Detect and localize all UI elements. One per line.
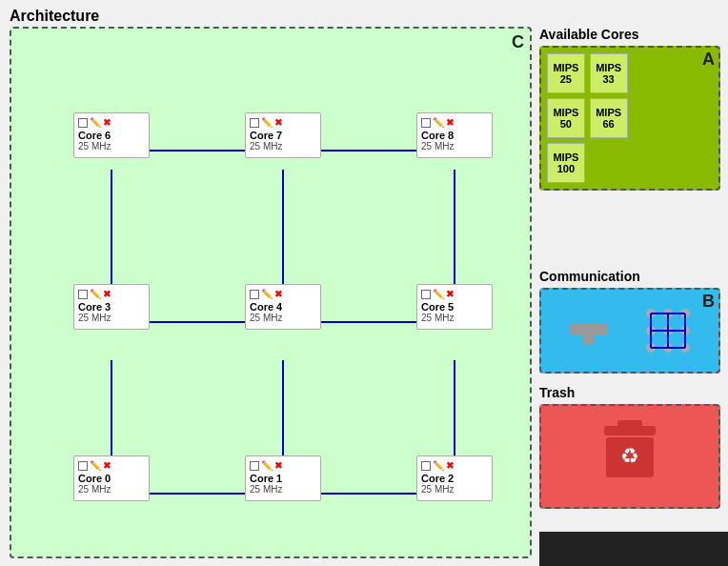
core-header: ✏️ ✖ <box>78 460 145 471</box>
core-name: Core 1 <box>250 473 316 484</box>
core-node-core7[interactable]: ✏️ ✖ Core 7 25 MHz <box>245 112 321 158</box>
core-name: Core 5 <box>421 301 488 313</box>
core-header: ✏️ ✖ <box>250 289 316 299</box>
core-freq: 25 MHz <box>421 313 488 323</box>
core-header: ✏️ ✖ <box>421 117 488 128</box>
core-delete-icon[interactable]: ✖ <box>446 460 454 471</box>
bottom-bar[interactable] <box>539 532 728 566</box>
core-delete-icon[interactable]: ✖ <box>274 289 282 299</box>
communication-title: Communication <box>539 269 720 284</box>
core-freq: 25 MHz <box>421 141 488 152</box>
core-name: Core 6 <box>78 130 145 141</box>
core-node-core5[interactable]: ✏️ ✖ Core 5 25 MHz <box>416 284 493 330</box>
core-name: Core 8 <box>421 130 488 141</box>
core-header: ✏️ ✖ <box>421 289 488 299</box>
mips-cell-mips-25[interactable]: MIPS 25 <box>547 53 585 93</box>
core-header: ✏️ ✖ <box>78 289 145 299</box>
communication-section: Communication B <box>539 269 720 374</box>
t-shape-icon[interactable] <box>565 307 613 354</box>
core-delete-icon[interactable]: ✖ <box>103 289 111 299</box>
core-header: ✏️ ✖ <box>421 460 488 471</box>
core-edit-icon[interactable]: ✏️ <box>90 460 101 471</box>
avail-label-a: A <box>702 50 715 70</box>
core-name: Core 3 <box>78 301 145 313</box>
core-freq: 25 MHz <box>250 313 316 323</box>
core-freq: 25 MHz <box>250 141 316 152</box>
svg-text:♻: ♻ <box>620 444 639 468</box>
core-checkbox[interactable] <box>78 461 88 471</box>
core-delete-icon[interactable]: ✖ <box>103 460 111 471</box>
trash-section: Trash ♻ <box>539 385 720 509</box>
core-edit-icon[interactable]: ✏️ <box>261 289 273 299</box>
core-freq: 25 MHz <box>78 141 145 152</box>
mips-cell-mips-66[interactable]: MIPS 66 <box>590 98 628 138</box>
core-delete-icon[interactable]: ✖ <box>446 117 454 128</box>
mips-cell-mips-50[interactable]: MIPS 50 <box>547 98 585 138</box>
core-freq: 25 MHz <box>250 484 316 495</box>
available-cores-title: Available Cores <box>539 27 720 42</box>
core-edit-icon[interactable]: ✏️ <box>90 117 101 128</box>
core-freq: 25 MHz <box>78 313 145 323</box>
core-checkbox[interactable] <box>250 290 259 299</box>
core-name: Core 4 <box>250 301 316 313</box>
arch-label-c: C <box>512 32 524 52</box>
architecture-panel: C ✏️ ✖ Core 6 25 MHz ✏️ ✖ Core 7 25 MHz … <box>10 27 532 558</box>
svg-rect-1 <box>583 324 595 345</box>
comm-label-b: B <box>702 292 715 312</box>
available-cores-box[interactable]: A MIPS 25MIPS 33MIPS 50MIPS 66MIPS 100 <box>539 46 720 191</box>
mips-cell-mips-100[interactable]: MIPS 100 <box>547 143 585 183</box>
core-header: ✏️ ✖ <box>250 117 316 128</box>
core-checkbox[interactable] <box>421 461 431 471</box>
mesh-icon[interactable] <box>641 304 695 357</box>
core-node-core8[interactable]: ✏️ ✖ Core 8 25 MHz <box>416 112 493 158</box>
core-name: Core 2 <box>421 473 488 484</box>
core-node-core6[interactable]: ✏️ ✖ Core 6 25 MHz <box>73 112 150 158</box>
core-node-core3[interactable]: ✏️ ✖ Core 3 25 MHz <box>73 284 150 330</box>
core-edit-icon[interactable]: ✏️ <box>90 289 101 299</box>
core-edit-icon[interactable]: ✏️ <box>433 289 444 299</box>
core-checkbox[interactable] <box>421 290 431 299</box>
core-checkbox[interactable] <box>78 290 88 299</box>
trash-box[interactable]: ♻ <box>539 404 720 509</box>
core-freq: 25 MHz <box>421 484 488 495</box>
architecture-title: Architecture <box>10 8 99 25</box>
core-delete-icon[interactable]: ✖ <box>446 289 454 299</box>
core-node-core1[interactable]: ✏️ ✖ Core 1 25 MHz <box>245 455 321 501</box>
core-node-core4[interactable]: ✏️ ✖ Core 4 25 MHz <box>245 284 321 330</box>
core-delete-icon[interactable]: ✖ <box>274 460 282 471</box>
core-edit-icon[interactable]: ✏️ <box>433 117 444 128</box>
trash-title: Trash <box>539 385 720 400</box>
core-checkbox[interactable] <box>250 118 259 128</box>
core-header: ✏️ ✖ <box>250 460 316 471</box>
available-cores-section: Available Cores A MIPS 25MIPS 33MIPS 50M… <box>539 27 720 191</box>
core-freq: 25 MHz <box>78 484 145 495</box>
core-checkbox[interactable] <box>78 118 88 128</box>
trash-icon: ♻ <box>597 418 663 495</box>
core-node-core0[interactable]: ✏️ ✖ Core 0 25 MHz <box>73 455 150 501</box>
core-header: ✏️ ✖ <box>78 117 145 128</box>
core-edit-icon[interactable]: ✏️ <box>433 460 444 471</box>
core-checkbox[interactable] <box>250 461 259 471</box>
mips-cell-mips-33[interactable]: MIPS 33 <box>590 53 628 93</box>
core-edit-icon[interactable]: ✏️ <box>261 460 273 471</box>
core-checkbox[interactable] <box>421 118 431 128</box>
svg-rect-18 <box>617 420 642 428</box>
core-node-core2[interactable]: ✏️ ✖ Core 2 25 MHz <box>416 455 493 501</box>
core-edit-icon[interactable]: ✏️ <box>261 117 273 128</box>
core-delete-icon[interactable]: ✖ <box>103 117 111 128</box>
core-name: Core 0 <box>78 473 145 484</box>
communication-box[interactable]: B <box>539 288 720 374</box>
core-delete-icon[interactable]: ✖ <box>274 117 282 128</box>
core-name: Core 7 <box>250 130 316 141</box>
